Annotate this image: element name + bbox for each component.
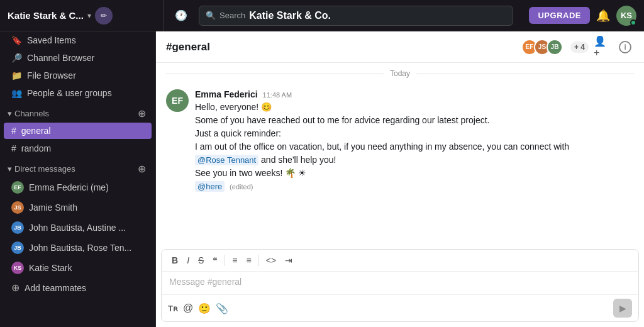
dm-collapse-icon: ▾ <box>8 164 12 174</box>
ordered-list-button[interactable]: ≡ <box>228 253 241 267</box>
add-teammates-item[interactable]: ⊕ Add teammates <box>4 279 152 297</box>
chat-title: #general <box>166 41 210 53</box>
member-avatar-3: JB <box>547 39 563 55</box>
send-icon: ▶ <box>619 303 626 313</box>
add-teammates-label: Add teammates <box>25 283 86 293</box>
sidebar-item-people-groups[interactable]: 👥 People & user groups <box>4 85 152 101</box>
edited-label: (edited) <box>230 183 253 191</box>
dm-label-katie: Katie Stark <box>29 263 72 273</box>
message-text-after-mention: and she'll help you! <box>261 155 336 165</box>
add-dm-button[interactable]: ⊕ <box>135 162 148 175</box>
message-header-emma: Emma Federici 11:48 AM <box>195 89 634 99</box>
blockquote-button[interactable]: ❝ <box>209 253 221 267</box>
edit-icon: ✏ <box>101 11 107 20</box>
search-workspace-name: Katie Stark & Co. <box>249 10 331 21</box>
general-hash-icon: # <box>11 126 16 136</box>
channels-collapse-icon: ▾ <box>8 109 12 118</box>
chat-header-right: EF JS JB + 4 👤+ i <box>521 38 634 56</box>
message-avatar-emma: EF <box>166 89 189 112</box>
workspace-chevron-icon[interactable]: ▾ <box>87 11 91 20</box>
channel-info-button[interactable]: i <box>616 38 634 56</box>
dm-avatar-john1: JB <box>11 221 24 234</box>
italic-button[interactable]: I <box>183 253 193 267</box>
file-browser-label: File Browser <box>27 70 76 80</box>
history-button[interactable]: 🕐 <box>170 7 192 24</box>
bell-icon[interactable]: 🔔 <box>596 9 610 23</box>
date-divider: Today <box>166 63 634 84</box>
message-input[interactable]: Message #general <box>162 272 638 294</box>
dm-label-john2: John Bautista, Rose Ten... <box>29 243 131 253</box>
message-text-line3: Just a quick reminder: <box>195 127 634 140</box>
chat-header: #general EF JS JB + 4 👤+ i <box>156 31 644 63</box>
composer-toolbar: B I S ❝ ≡ ≡ <> ⇥ <box>162 250 638 272</box>
search-prefix: Search <box>219 11 245 20</box>
random-channel-label: random <box>21 143 51 153</box>
strikethrough-button[interactable]: S <box>194 253 208 267</box>
dm-item-katie[interactable]: KS Katie Stark <box>4 258 152 277</box>
dm-section-header[interactable]: ▾ Direct messages ⊕ <box>0 157 155 177</box>
people-groups-label: People & user groups <box>27 88 112 98</box>
message-time-emma: 11:48 AM <box>263 91 292 99</box>
message-placeholder: Message #general <box>169 277 242 287</box>
dm-section-label: Direct messages <box>14 164 75 174</box>
file-browser-icon: 📁 <box>11 70 22 80</box>
sidebar: 🔖 Saved Items 🔎 Channel Browser 📁 File B… <box>0 31 156 327</box>
message-text-line6: See you in two weeks! 🌴 ☀ <box>195 167 634 180</box>
sidebar-item-file-browser[interactable]: 📁 File Browser <box>4 67 152 84</box>
mention-here[interactable]: @here <box>195 181 225 192</box>
dm-header-left: ▾ Direct messages <box>8 164 75 174</box>
info-icon: i <box>619 41 631 53</box>
people-groups-icon: 👥 <box>11 88 22 98</box>
user-avatar[interactable]: KS <box>616 6 636 26</box>
member-count-badge[interactable]: + 4 <box>570 42 589 53</box>
edit-button[interactable]: ✏ <box>95 7 113 25</box>
attach-button[interactable]: 📎 <box>216 302 228 314</box>
dm-label-jamie: Jamie Smith <box>29 202 77 213</box>
dm-label-john1: John Bautista, Austine ... <box>29 223 126 233</box>
add-teammates-icon: ⊕ <box>11 282 19 294</box>
workspace-section: Katie Stark & C... ▾ ✏ <box>8 0 164 31</box>
topbar-center: 🕐 🔍 Search Katie Stark & Co. <box>170 6 523 26</box>
toolbar-separator-2 <box>258 255 259 266</box>
channels-section-label: Channels <box>14 109 49 118</box>
upgrade-button[interactable]: UPGRADE <box>529 7 590 24</box>
general-channel-label: general <box>21 126 51 136</box>
channels-section-header[interactable]: ▾ Channels ⊕ <box>0 102 155 122</box>
dm-item-john1[interactable]: JB John Bautista, Austine ... <box>4 218 152 237</box>
mention-button[interactable]: @ <box>183 302 193 314</box>
random-hash-icon: # <box>11 143 16 153</box>
message-composer: B I S ❝ ≡ ≡ <> ⇥ Message #general Tʀ @ 🙂 <box>161 249 639 322</box>
unordered-list-button[interactable]: ≡ <box>243 253 255 267</box>
sidebar-item-random[interactable]: # random <box>4 140 152 157</box>
message-text-line4: I am out of the office on vacation, but,… <box>195 140 634 153</box>
sidebar-item-saved-items[interactable]: 🔖 Saved Items <box>4 32 152 48</box>
dm-item-emma[interactable]: EF Emma Federici (me) <box>4 178 152 197</box>
dm-item-john2[interactable]: JB John Bautista, Rose Ten... <box>4 238 152 257</box>
mention-rose[interactable]: @Rose Tennant <box>195 155 258 165</box>
channel-browser-icon: 🔎 <box>11 53 22 63</box>
text-style-button[interactable]: Tʀ <box>168 304 178 313</box>
sidebar-item-general[interactable]: # general <box>4 123 152 139</box>
sidebar-item-channel-browser[interactable]: 🔎 Channel Browser <box>4 50 152 66</box>
code-block-button[interactable]: ⇥ <box>281 253 296 267</box>
send-button[interactable]: ▶ <box>613 299 632 318</box>
composer-footer: Tʀ @ 🙂 📎 ▶ <box>162 294 638 321</box>
add-channel-button[interactable]: ⊕ <box>135 107 148 119</box>
add-member-button[interactable]: 👤+ <box>594 38 611 56</box>
chat-area: #general EF JS JB + 4 👤+ i Today <box>156 31 644 327</box>
message-text-line7: @here (edited) <box>195 180 634 193</box>
dm-label-emma: Emma Federici (me) <box>29 182 109 192</box>
date-divider-text: Today <box>390 69 410 78</box>
workspace-name[interactable]: Katie Stark & C... <box>8 10 84 21</box>
channel-browser-label: Channel Browser <box>27 53 94 63</box>
dm-item-jamie[interactable]: JS Jamie Smith <box>4 198 152 217</box>
topbar-right: UPGRADE 🔔 KS <box>529 6 636 26</box>
emoji-button[interactable]: 🙂 <box>198 302 211 314</box>
search-bar[interactable]: 🔍 Search Katie Stark & Co. <box>199 6 513 26</box>
add-member-icon: 👤+ <box>594 35 611 58</box>
bold-button[interactable]: B <box>168 253 182 267</box>
dm-avatar-jamie: JS <box>11 201 24 214</box>
code-button[interactable]: <> <box>262 253 280 267</box>
online-status-indicator <box>630 19 636 26</box>
member-avatars: EF JS JB <box>521 39 563 55</box>
